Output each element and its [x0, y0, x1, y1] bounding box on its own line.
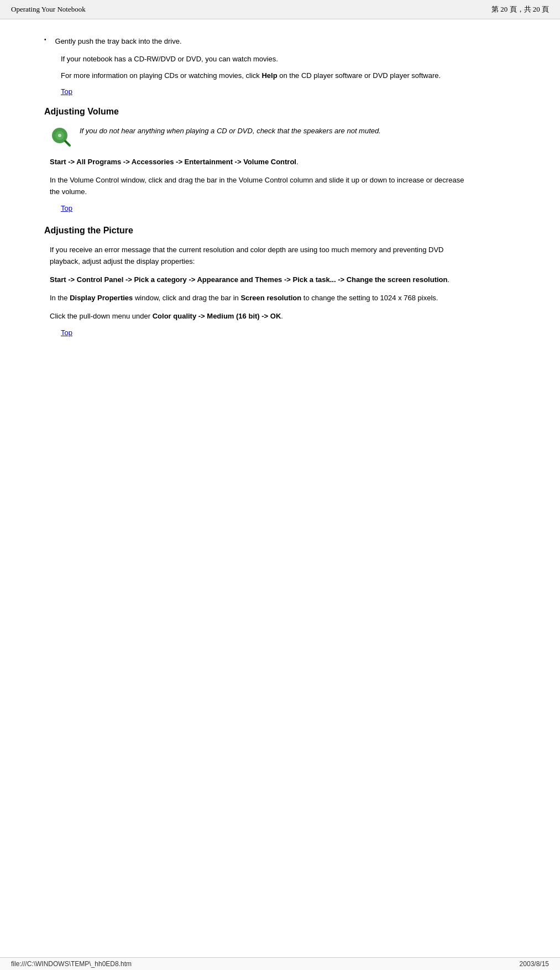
adjusting-volume-section: Adjusting Volume If you do not hear anyt… [44, 107, 464, 212]
picture-instruction-3: Click the pull-down menu under Color qua… [50, 311, 464, 322]
top-link-1[interactable]: Top [61, 87, 464, 96]
footer-right: 2003/8/15 [520, 960, 549, 968]
page-footer: file:///C:\WINDOWS\TEMP\_hh0ED8.htm 2003… [0, 957, 560, 970]
bullet-text: Gently push the tray back into the drive… [55, 36, 182, 47]
header-title-left: Operating Your Notebook [11, 5, 86, 14]
note-icon [50, 126, 72, 148]
bullet-dot: • [44, 36, 46, 43]
volume-instruction-bold: Start -> All Programs -> Accessories -> … [50, 158, 296, 166]
footer-left: file:///C:\WINDOWS\TEMP\_hh0ED8.htm [11, 960, 132, 968]
bullet-item: • Gently push the tray back into the dri… [44, 36, 464, 47]
picture-instruction-2: In the Display Properties window, click … [50, 293, 464, 304]
bullet-section: • Gently push the tray back into the dri… [44, 36, 464, 96]
instruction-block-2: In the Volume Control window, click and … [50, 175, 464, 198]
top-link-anchor-1[interactable]: Top [61, 87, 72, 96]
instruction-block-1: Start -> All Programs -> Accessories -> … [50, 157, 464, 168]
top-link-2[interactable]: Top [61, 204, 464, 212]
note-text: If you do not hear anything when playing… [80, 126, 381, 137]
sub-para-2: For more information on playing CDs or w… [61, 70, 464, 82]
picture-bold-instruction: Start -> Control Panel -> Pick a categor… [50, 275, 447, 284]
top-link-anchor-3[interactable]: Top [61, 328, 72, 337]
page-header: Operating Your Notebook 第 20 頁，共 20 頁 [0, 0, 560, 19]
picture-instruction-1: Start -> Control Panel -> Pick a categor… [50, 274, 464, 286]
content-area: • Gently push the tray back into the dri… [0, 19, 498, 367]
note-box: If you do not hear anything when playing… [50, 126, 464, 148]
adjusting-picture-section: Adjusting the Picture If you receive an … [44, 226, 464, 337]
picture-para-1: If you receive an error message that the… [50, 244, 464, 268]
svg-line-4 [65, 141, 69, 144]
svg-point-2 [58, 134, 61, 137]
sub-para-1: If your notebook has a CD-RW/DVD or DVD,… [61, 54, 464, 65]
header-title-right: 第 20 頁，共 20 頁 [491, 4, 549, 14]
top-link-3[interactable]: Top [61, 328, 464, 337]
adjusting-picture-heading: Adjusting the Picture [44, 226, 464, 236]
top-link-anchor-2[interactable]: Top [61, 204, 72, 212]
adjusting-volume-heading: Adjusting Volume [44, 107, 464, 117]
